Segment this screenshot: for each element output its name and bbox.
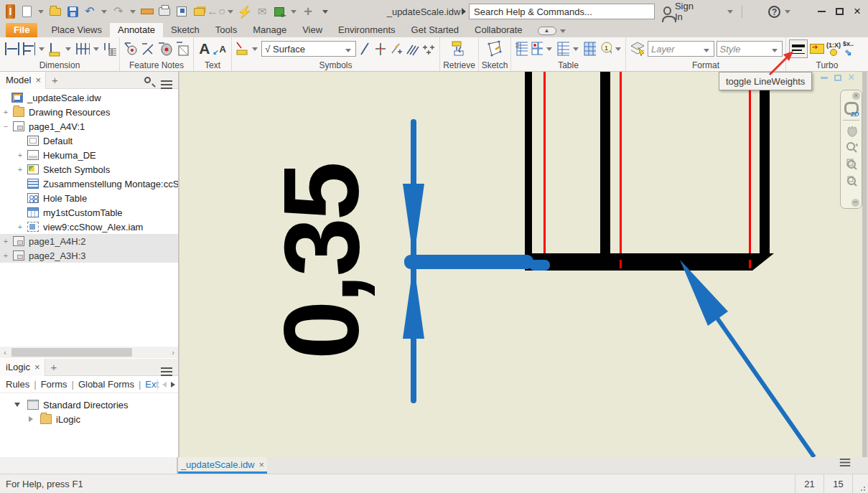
return-caret-icon[interactable]: [228, 10, 233, 14]
tab-view[interactable]: View: [294, 23, 330, 37]
zoom-window-icon[interactable]: [845, 174, 858, 187]
tree-item-custom-table[interactable]: my1stCustomTable: [0, 205, 178, 220]
measure-icon[interactable]: [140, 4, 154, 19]
close-button[interactable]: ×: [854, 8, 861, 15]
save-icon[interactable]: [65, 4, 80, 19]
chain-caret-icon[interactable]: [93, 47, 99, 51]
add-ilogic-tab-icon[interactable]: +: [51, 361, 57, 373]
tab-strip-menu-icon[interactable]: [840, 459, 850, 460]
subtab-scroll-left-icon[interactable]: [162, 382, 167, 388]
style-combo-caret-icon[interactable]: [772, 49, 778, 52]
maximize-button[interactable]: [836, 8, 844, 15]
select-caret-icon[interactable]: [291, 10, 297, 14]
centered-pattern-icon[interactable]: [405, 40, 419, 57]
ilogic-tab[interactable]: iLogic ×: [0, 359, 45, 376]
tab-environments[interactable]: Environments: [330, 23, 403, 37]
document-tab[interactable]: _updateScale.idw ×: [178, 457, 267, 474]
panel-label-dimension[interactable]: Dimension: [0, 60, 119, 70]
tree-item-page2-a3h[interactable]: +page2_A3H:3: [0, 248, 178, 263]
toggle-lineweights-button[interactable]: [789, 39, 808, 58]
panel-label-turbo[interactable]: Turbo: [786, 60, 868, 70]
surface-texture-combo[interactable]: √ Surface: [261, 41, 356, 57]
ilogic-tree-ilogic-folder[interactable]: iLogic: [0, 412, 178, 426]
ilogic-tree-standard-directories[interactable]: Standard Directories: [0, 398, 178, 412]
tab-file[interactable]: File: [6, 23, 37, 37]
iproperties-icon[interactable]: [174, 4, 189, 19]
ribbon-collapse-button[interactable]: ▲: [538, 27, 556, 35]
steering-wheel-icon[interactable]: 2D: [844, 102, 859, 115]
sx-icon[interactable]: $x.. ⇘: [843, 40, 854, 57]
undo-caret-icon[interactable]: [101, 10, 107, 14]
expanded-icon[interactable]: [14, 403, 20, 407]
tree-item-default[interactable]: Default: [0, 133, 178, 148]
center-pattern-icon[interactable]: [421, 40, 437, 57]
zoom-icon[interactable]: ±: [845, 141, 858, 154]
panel-label-sketch[interactable]: Sketch: [479, 60, 510, 70]
update-icon[interactable]: ⚡: [238, 4, 252, 19]
chain-dimension-icon[interactable]: [75, 40, 90, 57]
navbar-collapse-icon[interactable]: −: [851, 199, 859, 207]
surface-combo-caret-icon[interactable]: [345, 49, 351, 52]
drawing-canvas[interactable]: 0,35 × × 2D ± − toggle LineWeights: [179, 72, 867, 457]
tab-sketch[interactable]: Sketch: [163, 23, 207, 37]
welding-symbol-icon[interactable]: [235, 40, 248, 57]
panel-label-table[interactable]: Table: [511, 60, 625, 70]
doc-close-icon[interactable]: ×: [848, 73, 854, 82]
tab-collaborate[interactable]: Collaborate: [467, 23, 531, 37]
scrollbar-thumb[interactable]: [11, 348, 132, 357]
panel-label-format[interactable]: Format: [626, 60, 785, 70]
add-command-icon[interactable]: +: [301, 4, 315, 19]
tree-item-page1-a4h[interactable]: +page1_A4H:2: [0, 234, 178, 248]
scale-toggle-icon[interactable]: (1:X): [826, 42, 841, 56]
add-browser-tab-icon[interactable]: +: [52, 74, 58, 86]
chain-set-icon[interactable]: [103, 40, 116, 57]
tree-item-hole-table[interactable]: Hole Table: [0, 191, 178, 205]
new-view-table-icon[interactable]: 1: [598, 39, 612, 58]
chamfer-note-icon[interactable]: [175, 40, 190, 57]
punch-note-icon[interactable]: [157, 40, 173, 57]
ilogic-menu-icon[interactable]: [161, 367, 172, 369]
ordinate-dimension-icon[interactable]: [48, 40, 62, 57]
leader-text-icon[interactable]: A: [219, 44, 225, 55]
slide-icon[interactable]: [810, 44, 824, 54]
welding-caret-icon[interactable]: [252, 47, 258, 51]
print-icon[interactable]: [157, 4, 172, 19]
text-icon[interactable]: A: [199, 41, 210, 57]
balloon-icon[interactable]: [530, 40, 543, 57]
navbar-close-icon[interactable]: ×: [852, 92, 860, 100]
document-tab-close-icon[interactable]: ×: [259, 459, 265, 470]
browser-horizontal-scrollbar[interactable]: ‹ ›: [0, 347, 178, 358]
dimension-icon[interactable]: [3, 40, 19, 57]
copy-folders-icon[interactable]: [192, 4, 206, 19]
layer-combo-caret-icon[interactable]: [704, 49, 709, 52]
hole-table-caret-icon[interactable]: [573, 47, 579, 51]
bend-note-icon[interactable]: [141, 40, 155, 57]
undo-icon[interactable]: ↶: [83, 4, 97, 19]
collapsed-icon[interactable]: [29, 416, 33, 422]
ilogic-tab-close-icon[interactable]: ×: [34, 362, 40, 372]
centerline-bisector-icon[interactable]: [389, 40, 403, 57]
tree-item-view9[interactable]: +view9:ccShow_Alex.iam: [0, 220, 178, 234]
new-file-icon[interactable]: [19, 4, 34, 19]
resize-grip[interactable]: [852, 474, 868, 493]
tab-place-views[interactable]: Place Views: [43, 23, 110, 37]
ordinate-caret-icon[interactable]: [65, 47, 71, 51]
center-mark-icon[interactable]: [373, 40, 387, 57]
customize-qat-icon[interactable]: [318, 4, 332, 19]
model-tab-close-icon[interactable]: ×: [35, 75, 41, 85]
general-table-icon[interactable]: [582, 40, 596, 57]
sign-in-caret-icon[interactable]: [727, 10, 733, 14]
open-icon[interactable]: [48, 4, 62, 19]
browser-menu-icon[interactable]: [161, 80, 172, 82]
browser-search-icon[interactable]: [144, 77, 151, 83]
baseline-caret-icon[interactable]: [39, 47, 45, 51]
edit-layers-icon[interactable]: [629, 40, 645, 57]
doc-restore-icon[interactable]: [834, 75, 841, 81]
subtab-rules[interactable]: Rules: [6, 379, 29, 390]
panel-label-retrieve[interactable]: Retrieve: [440, 60, 478, 70]
start-sketch-icon[interactable]: [485, 39, 504, 58]
help-caret-icon[interactable]: [785, 10, 790, 14]
minimize-button[interactable]: [818, 11, 826, 12]
hole-table-icon[interactable]: [556, 40, 569, 57]
tab-annotate[interactable]: Annotate: [110, 23, 163, 37]
